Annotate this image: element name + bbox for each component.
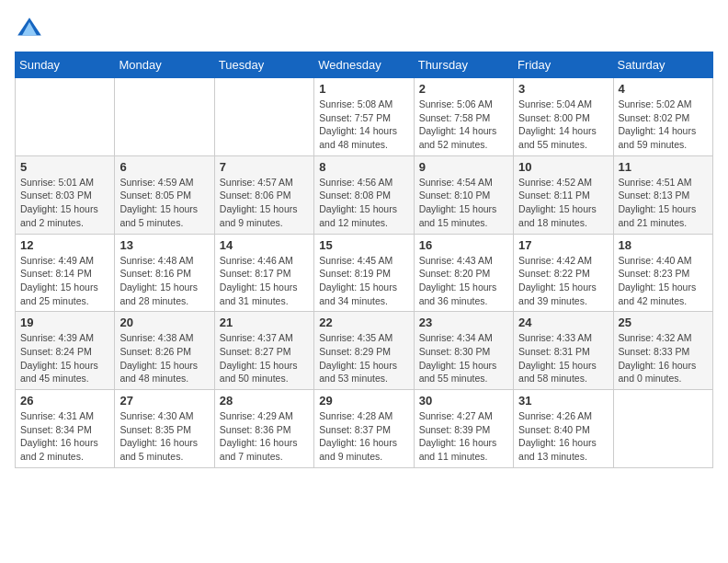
day-number: 8 xyxy=(319,160,408,174)
weekday-header-monday: Monday xyxy=(115,52,214,78)
calendar-cell: 4Sunrise: 5:02 AM Sunset: 8:02 PM Daylig… xyxy=(613,78,712,156)
calendar-cell: 13Sunrise: 4:48 AM Sunset: 8:16 PM Dayli… xyxy=(115,234,214,312)
calendar-cell: 1Sunrise: 5:08 AM Sunset: 7:57 PM Daylig… xyxy=(314,78,414,156)
day-info: Sunrise: 4:38 AM Sunset: 8:26 PM Dayligh… xyxy=(119,331,209,385)
day-number: 31 xyxy=(518,394,608,408)
calendar-week-5: 26Sunrise: 4:31 AM Sunset: 8:34 PM Dayli… xyxy=(16,390,713,468)
calendar-cell: 7Sunrise: 4:57 AM Sunset: 8:06 PM Daylig… xyxy=(214,155,313,234)
calendar-cell: 15Sunrise: 4:45 AM Sunset: 8:19 PM Dayli… xyxy=(314,234,414,312)
day-info: Sunrise: 4:43 AM Sunset: 8:20 PM Dayligh… xyxy=(419,254,508,308)
calendar-cell: 23Sunrise: 4:34 AM Sunset: 8:30 PM Dayli… xyxy=(414,312,513,390)
day-number: 6 xyxy=(119,160,209,174)
logo-icon xyxy=(15,15,44,44)
calendar-cell: 24Sunrise: 4:33 AM Sunset: 8:31 PM Dayli… xyxy=(514,312,613,390)
calendar-cell: 25Sunrise: 4:32 AM Sunset: 8:33 PM Dayli… xyxy=(613,312,712,390)
weekday-header-row: SundayMondayTuesdayWednesdayThursdayFrid… xyxy=(16,52,713,78)
day-number: 10 xyxy=(518,160,608,174)
day-info: Sunrise: 4:56 AM Sunset: 8:08 PM Dayligh… xyxy=(319,176,408,230)
day-number: 13 xyxy=(119,238,209,252)
day-number: 26 xyxy=(20,394,109,408)
day-info: Sunrise: 4:45 AM Sunset: 8:19 PM Dayligh… xyxy=(319,254,408,308)
calendar-cell: 18Sunrise: 4:40 AM Sunset: 8:23 PM Dayli… xyxy=(613,234,712,312)
calendar-week-3: 12Sunrise: 4:49 AM Sunset: 8:14 PM Dayli… xyxy=(16,234,713,312)
calendar-cell: 12Sunrise: 4:49 AM Sunset: 8:14 PM Dayli… xyxy=(16,234,115,312)
calendar-cell xyxy=(613,390,712,468)
calendar-cell: 26Sunrise: 4:31 AM Sunset: 8:34 PM Dayli… xyxy=(16,390,115,468)
weekday-header-tuesday: Tuesday xyxy=(214,52,313,78)
day-info: Sunrise: 4:59 AM Sunset: 8:05 PM Dayligh… xyxy=(119,176,209,230)
day-number: 12 xyxy=(20,238,109,252)
weekday-header-sunday: Sunday xyxy=(16,52,115,78)
day-number: 4 xyxy=(619,82,708,96)
day-number: 17 xyxy=(518,238,608,252)
calendar-cell: 16Sunrise: 4:43 AM Sunset: 8:20 PM Dayli… xyxy=(414,234,513,312)
weekday-header-saturday: Saturday xyxy=(613,52,712,78)
day-info: Sunrise: 4:39 AM Sunset: 8:24 PM Dayligh… xyxy=(20,331,109,385)
calendar-cell: 9Sunrise: 4:54 AM Sunset: 8:10 PM Daylig… xyxy=(414,155,513,234)
calendar-cell xyxy=(16,78,115,156)
day-info: Sunrise: 5:08 AM Sunset: 7:57 PM Dayligh… xyxy=(319,98,408,152)
day-info: Sunrise: 5:02 AM Sunset: 8:02 PM Dayligh… xyxy=(619,98,708,152)
calendar-cell xyxy=(214,78,313,156)
day-info: Sunrise: 4:46 AM Sunset: 8:17 PM Dayligh… xyxy=(220,254,309,308)
calendar-cell: 29Sunrise: 4:28 AM Sunset: 8:37 PM Dayli… xyxy=(314,390,414,468)
calendar-cell: 27Sunrise: 4:30 AM Sunset: 8:35 PM Dayli… xyxy=(115,390,214,468)
day-info: Sunrise: 4:31 AM Sunset: 8:34 PM Dayligh… xyxy=(20,409,109,464)
day-info: Sunrise: 4:42 AM Sunset: 8:22 PM Dayligh… xyxy=(518,254,608,308)
day-number: 28 xyxy=(220,394,309,408)
calendar-header: SundayMondayTuesdayWednesdayThursdayFrid… xyxy=(16,52,713,78)
day-info: Sunrise: 4:52 AM Sunset: 8:11 PM Dayligh… xyxy=(518,176,608,230)
calendar-table: SundayMondayTuesdayWednesdayThursdayFrid… xyxy=(15,52,713,468)
calendar-cell: 28Sunrise: 4:29 AM Sunset: 8:36 PM Dayli… xyxy=(214,390,313,468)
calendar-cell: 8Sunrise: 4:56 AM Sunset: 8:08 PM Daylig… xyxy=(314,155,414,234)
day-info: Sunrise: 4:57 AM Sunset: 8:06 PM Dayligh… xyxy=(220,176,309,230)
day-number: 7 xyxy=(220,160,309,174)
calendar-cell: 3Sunrise: 5:04 AM Sunset: 8:00 PM Daylig… xyxy=(514,78,613,156)
logo xyxy=(15,15,48,44)
day-number: 11 xyxy=(619,160,708,174)
day-number: 22 xyxy=(319,316,408,329)
day-info: Sunrise: 4:33 AM Sunset: 8:31 PM Dayligh… xyxy=(518,331,608,385)
day-number: 23 xyxy=(419,316,508,329)
day-info: Sunrise: 4:49 AM Sunset: 8:14 PM Dayligh… xyxy=(20,254,109,308)
day-number: 9 xyxy=(419,160,508,174)
calendar-cell: 22Sunrise: 4:35 AM Sunset: 8:29 PM Dayli… xyxy=(314,312,414,390)
day-number: 16 xyxy=(419,238,508,252)
calendar-cell: 20Sunrise: 4:38 AM Sunset: 8:26 PM Dayli… xyxy=(115,312,214,390)
day-info: Sunrise: 5:04 AM Sunset: 8:00 PM Dayligh… xyxy=(518,98,608,152)
day-info: Sunrise: 4:27 AM Sunset: 8:39 PM Dayligh… xyxy=(419,409,508,464)
day-number: 20 xyxy=(119,316,209,329)
calendar-cell: 10Sunrise: 4:52 AM Sunset: 8:11 PM Dayli… xyxy=(514,155,613,234)
calendar-cell: 30Sunrise: 4:27 AM Sunset: 8:39 PM Dayli… xyxy=(414,390,513,468)
calendar-cell: 14Sunrise: 4:46 AM Sunset: 8:17 PM Dayli… xyxy=(214,234,313,312)
calendar-cell: 31Sunrise: 4:26 AM Sunset: 8:40 PM Dayli… xyxy=(514,390,613,468)
calendar-week-2: 5Sunrise: 5:01 AM Sunset: 8:03 PM Daylig… xyxy=(16,155,713,234)
day-info: Sunrise: 4:32 AM Sunset: 8:33 PM Dayligh… xyxy=(619,331,708,385)
calendar-week-4: 19Sunrise: 4:39 AM Sunset: 8:24 PM Dayli… xyxy=(16,312,713,390)
day-number: 14 xyxy=(220,238,309,252)
calendar-cell: 6Sunrise: 4:59 AM Sunset: 8:05 PM Daylig… xyxy=(115,155,214,234)
calendar-cell: 11Sunrise: 4:51 AM Sunset: 8:13 PM Dayli… xyxy=(613,155,712,234)
day-info: Sunrise: 4:30 AM Sunset: 8:35 PM Dayligh… xyxy=(119,409,209,464)
weekday-header-wednesday: Wednesday xyxy=(314,52,414,78)
day-info: Sunrise: 4:51 AM Sunset: 8:13 PM Dayligh… xyxy=(619,176,708,230)
calendar-body: 1Sunrise: 5:08 AM Sunset: 7:57 PM Daylig… xyxy=(16,78,713,468)
calendar-cell: 17Sunrise: 4:42 AM Sunset: 8:22 PM Dayli… xyxy=(514,234,613,312)
weekday-header-thursday: Thursday xyxy=(414,52,513,78)
day-info: Sunrise: 4:34 AM Sunset: 8:30 PM Dayligh… xyxy=(419,331,508,385)
weekday-header-friday: Friday xyxy=(514,52,613,78)
day-number: 29 xyxy=(319,394,408,408)
day-number: 25 xyxy=(619,316,708,329)
day-number: 21 xyxy=(220,316,309,329)
day-number: 2 xyxy=(419,82,508,96)
day-info: Sunrise: 4:29 AM Sunset: 8:36 PM Dayligh… xyxy=(220,409,309,464)
calendar-cell: 19Sunrise: 4:39 AM Sunset: 8:24 PM Dayli… xyxy=(16,312,115,390)
day-info: Sunrise: 4:54 AM Sunset: 8:10 PM Dayligh… xyxy=(419,176,508,230)
calendar-cell: 2Sunrise: 5:06 AM Sunset: 7:58 PM Daylig… xyxy=(414,78,513,156)
calendar-cell: 21Sunrise: 4:37 AM Sunset: 8:27 PM Dayli… xyxy=(214,312,313,390)
day-number: 3 xyxy=(518,82,608,96)
day-number: 15 xyxy=(319,238,408,252)
day-info: Sunrise: 5:06 AM Sunset: 7:58 PM Dayligh… xyxy=(419,98,508,152)
day-info: Sunrise: 4:48 AM Sunset: 8:16 PM Dayligh… xyxy=(119,254,209,308)
day-number: 19 xyxy=(20,316,109,329)
